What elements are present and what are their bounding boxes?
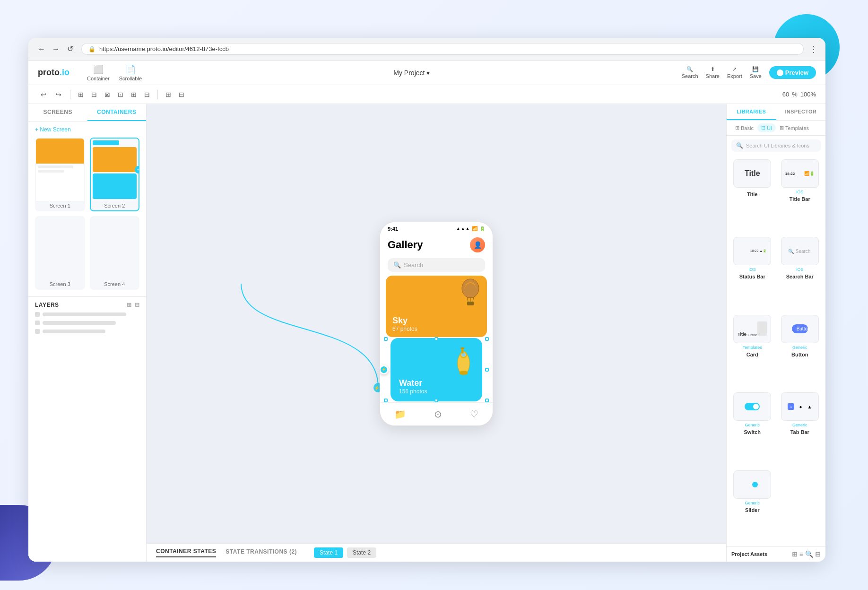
searchbar-text: Search <box>796 249 811 254</box>
search-action[interactable]: 🔍 Search <box>682 66 698 79</box>
toolbar-widgets: ⬜ Container 📄 Scrollable <box>87 64 142 81</box>
url-bar[interactable]: 🔒 https://username.proto.io/editor/4612-… <box>81 43 804 55</box>
export-action[interactable]: ↗ Export <box>727 66 742 79</box>
lib-tab-templates[interactable]: ⊠ Templates <box>776 123 813 132</box>
project-name-text: My Project <box>393 69 425 77</box>
lib-item-slider[interactable]: Generic Slider <box>731 470 773 542</box>
home-nav-icon[interactable]: ⊙ <box>434 408 442 420</box>
share-action[interactable]: ⬆ Share <box>706 66 720 79</box>
container-icon: ⬜ <box>93 64 104 75</box>
water-card-container[interactable]: Water 156 photos <box>386 339 487 400</box>
ui-icon: ⊟ <box>761 125 765 131</box>
bottom-tab-container-states[interactable]: Container States <box>156 548 216 557</box>
project-name[interactable]: My Project ▾ <box>393 69 430 77</box>
battery-icon: 🔋 <box>479 226 485 231</box>
scrollable-icon: 📄 <box>125 64 136 75</box>
layers-add-icon[interactable]: ⊞ <box>127 302 132 308</box>
title-preview-text: Title <box>745 169 760 178</box>
heart-nav-icon[interactable]: ♡ <box>470 408 478 420</box>
align-top-button[interactable]: ⊡ <box>116 90 125 99</box>
save-action[interactable]: 💾 Save <box>750 66 762 79</box>
button-label: Button <box>791 352 808 357</box>
share-action-label: Share <box>706 73 720 79</box>
lib-search[interactable]: 🔍 Search UI Libraries & Icons <box>731 139 821 152</box>
tab-libraries[interactable]: Libraries <box>727 104 776 120</box>
layer-item-2[interactable] <box>35 321 139 325</box>
lib-item-title-bar[interactable]: 18:22 📶🔋 iOS Title Bar <box>779 159 821 231</box>
state-1-button[interactable]: State 1 <box>314 547 343 558</box>
container-widget[interactable]: ⬜ Container <box>87 64 110 81</box>
screen-thumb-4[interactable]: Screen 4 <box>90 216 140 290</box>
lib-item-title[interactable]: Title Title <box>731 159 773 231</box>
phone-status-bar: 9:41 ▲▲▲ 📶 🔋 <box>380 222 493 234</box>
title-bar-category: iOS <box>796 190 803 194</box>
share-action-icon: ⬆ <box>711 66 715 72</box>
lib-item-card[interactable]: Title Subtitle Templates Card <box>731 315 773 387</box>
group-button[interactable]: ⊞ <box>164 90 173 99</box>
redo-button[interactable]: ↪ <box>53 90 64 99</box>
handle-bottom-left <box>384 399 388 402</box>
asset-list-icon[interactable]: ≡ <box>799 550 803 558</box>
refresh-button[interactable]: ↺ <box>64 43 76 55</box>
screen-1-preview <box>36 139 84 201</box>
asset-icons: ⊞ ≡ 🔍 ⊟ <box>792 550 821 558</box>
basic-icon: ⊞ <box>735 125 739 131</box>
forward-button[interactable]: → <box>50 43 61 55</box>
lib-item-status-bar[interactable]: 18:22 ▲🔋 iOS Status Bar <box>731 237 773 309</box>
balloon-svg <box>459 278 482 311</box>
lib-preview-switch <box>733 392 771 421</box>
align-left-button[interactable]: ⊞ <box>76 90 86 99</box>
statusbar-preview: 18:22 ▲🔋 <box>736 248 769 254</box>
lib-tab-ui[interactable]: ⊟ UI <box>757 123 776 132</box>
align-right-button[interactable]: ⊠ <box>103 90 112 99</box>
layer-item-1[interactable] <box>35 312 139 317</box>
new-screen-button[interactable]: + New Screen <box>28 121 146 138</box>
toolbar-right: 🔍 Search ⬆ Share ↗ Export 💾 Save Preview <box>682 66 816 79</box>
phone-water-card[interactable]: Water 156 photos <box>391 339 481 400</box>
asset-grid-icon[interactable]: ⊞ <box>792 550 798 558</box>
align-center-button[interactable]: ⊟ <box>89 90 99 99</box>
state-2-button[interactable]: State 2 <box>347 547 376 558</box>
screen-thumb-1[interactable]: Screen 1 <box>35 138 85 211</box>
lib-item-tab-bar[interactable]: ⌂ ● ▲ Generic Tab Bar <box>779 392 821 464</box>
canvas-content[interactable]: ⚡ 9:41 ▲▲▲ 📶 🔋 Galler <box>147 104 726 543</box>
hotspot-dot[interactable] <box>380 365 389 374</box>
layer-button[interactable]: ⊟ <box>177 90 186 99</box>
tab-bar-category: Generic <box>792 423 807 427</box>
lib-item-button[interactable]: Button Generic Button <box>779 315 821 387</box>
tabbar-dot1: ● <box>799 404 802 409</box>
asset-add-icon[interactable]: ⊟ <box>815 550 821 558</box>
phone-sky-card[interactable]: Sky 67 photos <box>386 276 487 337</box>
screen-thumb-3[interactable]: Screen 3 <box>35 216 85 290</box>
lib-tab-basic[interactable]: ⊞ Basic <box>731 123 757 132</box>
phone-search-icon: 🔍 <box>393 261 401 269</box>
distribute-v-button[interactable]: ⊟ <box>142 90 152 99</box>
lib-item-switch[interactable]: Generic Switch <box>731 392 773 464</box>
tab-containers[interactable]: Containers <box>87 104 147 121</box>
searchbar-preview: 🔍 Search <box>784 247 816 256</box>
scrollable-label: Scrollable <box>119 76 142 81</box>
card-label: Card <box>746 352 758 357</box>
folder-nav-icon[interactable]: 📁 <box>394 408 406 420</box>
bottom-tab-state-transitions[interactable]: State Transitions (2) <box>226 548 297 557</box>
back-button[interactable]: ← <box>36 43 47 55</box>
layer-item-3[interactable] <box>35 329 139 334</box>
canvas-bottom: Container States State Transitions (2) S… <box>147 543 726 562</box>
tab-inspector[interactable]: Inspector <box>776 104 826 120</box>
asset-search-icon[interactable]: 🔍 <box>805 550 813 558</box>
titlebar-preview-icons: 📶🔋 <box>804 171 815 176</box>
tab-screens[interactable]: Screens <box>28 104 87 121</box>
browser-menu-icon[interactable]: ⋮ <box>809 44 818 54</box>
lib-grid: Title Title 18:22 📶🔋 <box>727 156 825 546</box>
distribute-h-button[interactable]: ⊞ <box>129 90 139 99</box>
screen-thumb-2[interactable]: ◀ Screen 2 <box>90 138 140 211</box>
undo-button[interactable]: ↩ <box>38 90 49 99</box>
phone-search-text: Search <box>404 261 423 269</box>
scrollable-widget[interactable]: 📄 Scrollable <box>119 64 142 81</box>
preview-button[interactable]: Preview <box>769 66 816 79</box>
layers-options-icon[interactable]: ⊟ <box>135 302 140 308</box>
lib-item-search-bar[interactable]: 🔍 Search iOS Search Bar <box>779 237 821 309</box>
submarine-svg <box>451 342 477 380</box>
phone-search-bar[interactable]: 🔍 Search <box>388 258 485 272</box>
app-toolbar: proto.io ⬜ Container 📄 Scrollable My Pro… <box>28 61 825 85</box>
